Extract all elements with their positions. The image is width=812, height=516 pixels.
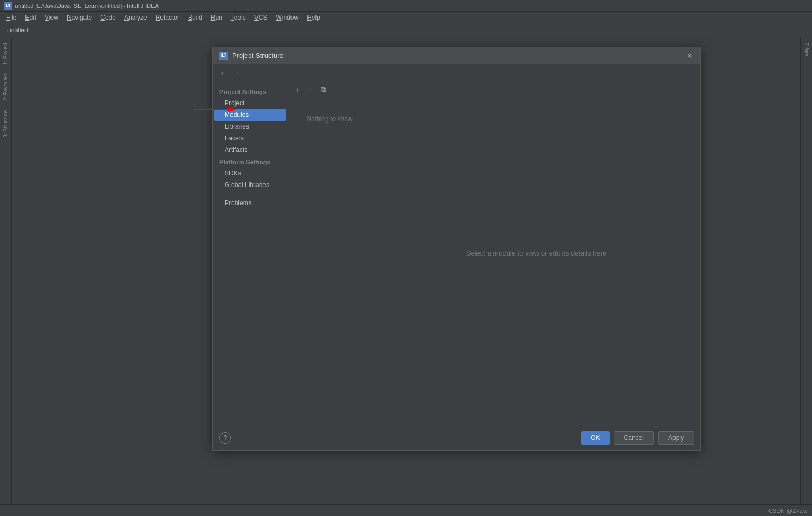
remove-module-button[interactable]: − — [305, 84, 316, 95]
title-bar: IJ untitled [E:\Java\Java_SE_Learn\untit… — [0, 0, 812, 12]
module-list-pane: + − ⧉ Nothing to show — [287, 81, 372, 425]
sidebar-item-sdks[interactable]: SDKs — [214, 167, 286, 179]
sidebar-item-problems[interactable]: Problems — [214, 197, 286, 209]
sidebar-item-project[interactable]: 1: Project — [2, 38, 10, 69]
sidebar-item-libraries[interactable]: Libraries — [214, 121, 286, 132]
sidebar-item-artifacts[interactable]: Artifacts — [214, 144, 286, 156]
module-toolbar: + − ⧉ — [287, 81, 372, 98]
close-button[interactable]: ✕ — [686, 52, 694, 60]
menu-window[interactable]: Window — [271, 13, 303, 22]
apply-button[interactable]: Apply — [658, 431, 694, 445]
menu-view[interactable]: View — [40, 13, 63, 22]
menu-code[interactable]: Code — [96, 13, 120, 22]
svg-marker-1 — [228, 107, 236, 112]
sidebar-item-zfate[interactable]: Z-fate — [802, 38, 810, 61]
help-button[interactable]: ? — [219, 432, 231, 444]
dialog-title-bar: IJ Project Structure ✕ — [213, 47, 700, 64]
sidebar-item-global-libraries[interactable]: Global Libraries — [214, 179, 286, 191]
left-side-panel: 1: Project 2: Favorites 3: Structure — [0, 38, 12, 516]
menu-file[interactable]: File — [2, 13, 21, 22]
menu-edit[interactable]: Edit — [21, 13, 40, 22]
dialog-content: Project Settings Project Modules Librari… — [213, 81, 700, 425]
project-structure-dialog: IJ Project Structure ✕ ← → Project Setti… — [212, 47, 701, 451]
dialog-body: ← → Project Settings Project Modules Lib… — [213, 64, 700, 425]
window-title: untitled [E:\Java\Java_SE_Learn\untitled… — [15, 3, 159, 9]
menu-tools[interactable]: Tools — [227, 13, 250, 22]
dialog-title-text: Project Structure — [232, 52, 284, 60]
detail-pane: Select a module to view or edit its deta… — [372, 81, 700, 425]
dialog-footer: ? OK Cancel Apply — [213, 425, 700, 450]
footer-buttons: OK Cancel Apply — [581, 431, 694, 445]
bottom-status-bar: CSDN @Z-fate — [0, 504, 812, 516]
detail-placeholder: Select a module to view or edit its deta… — [466, 249, 606, 257]
menu-help[interactable]: Help — [303, 13, 324, 22]
ok-button[interactable]: OK — [581, 431, 609, 445]
dialog-icon: IJ — [219, 52, 228, 60]
dialog-title: IJ Project Structure — [219, 52, 284, 60]
right-side-panel: Z-fate — [800, 38, 812, 516]
menu-analyze[interactable]: Analyze — [120, 13, 151, 22]
sidebar-item-facets[interactable]: Facets — [214, 132, 286, 144]
tab-bar: untitled — [0, 23, 812, 38]
tab-untitled[interactable]: untitled — [2, 24, 33, 37]
menu-bar: File Edit View Navigate Code Analyze Ref… — [0, 12, 812, 23]
dialog-sidebar: Project Settings Project Modules Librari… — [213, 81, 287, 425]
back-button[interactable]: ← — [218, 67, 229, 78]
project-settings-label: Project Settings — [213, 86, 287, 97]
app-icon: IJ — [4, 2, 12, 10]
forward-button[interactable]: → — [231, 67, 242, 78]
arrow-annotation — [194, 105, 236, 114]
main-pane: + − ⧉ Nothing to show Select a module to… — [287, 81, 700, 425]
menu-build[interactable]: Build — [184, 13, 207, 22]
sidebar-item-structure[interactable]: 3: Structure — [2, 106, 10, 142]
bottom-bar-text: CSDN @Z-fate — [768, 507, 808, 514]
sidebar-item-favorites[interactable]: 2: Favorites — [2, 69, 10, 105]
menu-refactor[interactable]: Refactor — [151, 13, 184, 22]
menu-navigate[interactable]: Navigate — [63, 13, 96, 22]
menu-run[interactable]: Run — [207, 13, 227, 22]
menu-vcs[interactable]: VCS — [250, 13, 272, 22]
platform-settings-label: Platform Settings — [213, 156, 287, 167]
copy-module-button[interactable]: ⧉ — [318, 84, 329, 95]
add-module-button[interactable]: + — [293, 84, 303, 95]
nav-toolbar: ← → — [213, 64, 700, 81]
cancel-button[interactable]: Cancel — [614, 431, 654, 445]
nothing-to-show: Nothing to show — [287, 98, 372, 425]
